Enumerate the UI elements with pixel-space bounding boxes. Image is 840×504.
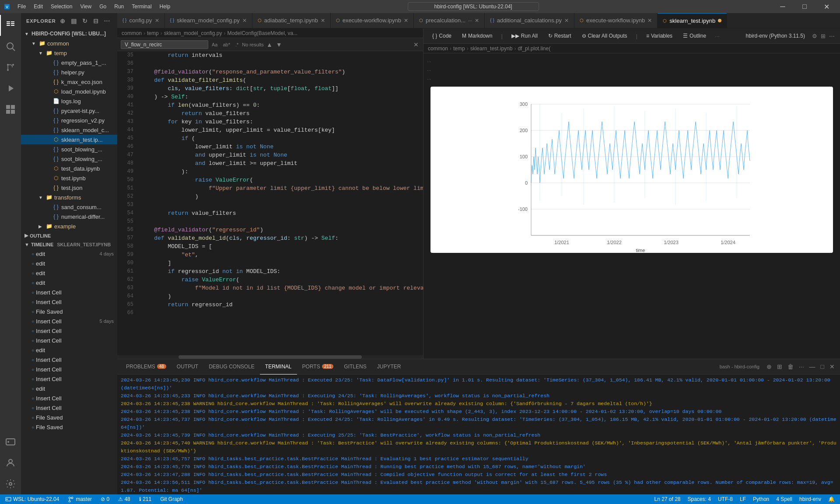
- status-errors[interactable]: ⊘ 0: [99, 496, 111, 502]
- timeline-item-15[interactable]: ○Insert Cell: [28, 393, 117, 403]
- timeline-item-10[interactable]: ○edit: [28, 345, 117, 355]
- close-button[interactable]: ✕: [816, 0, 836, 13]
- status-kernel[interactable]: hbird-env: [798, 496, 823, 502]
- status-spaces[interactable]: Spaces: 4: [686, 496, 713, 502]
- timeline-item-8[interactable]: ○Insert Cell: [28, 326, 117, 336]
- tree-file-regression[interactable]: { } regression_v2.py: [21, 116, 117, 125]
- status-git-branch[interactable]: master: [66, 496, 94, 502]
- tab-close-adiabatic[interactable]: ✕: [321, 18, 325, 24]
- timeline-item-7[interactable]: ○Insert Cell 5 days: [28, 316, 117, 326]
- terminal-content[interactable]: 2024-03-26 14:23:45,230 INFO hbird_core.…: [117, 374, 840, 494]
- tab-sklearn-model-config[interactable]: { } sklearn_model_config.py ✕: [165, 13, 252, 28]
- menu-view[interactable]: View: [77, 3, 95, 10]
- breadcrumb-symbol[interactable]: ModelConfig(BaseModel, va...: [227, 30, 298, 36]
- status-remote[interactable]: WSL: Ubuntu-22.04: [4, 496, 61, 502]
- tree-item-temp[interactable]: ▼ 📁 temp: [21, 48, 117, 58]
- tree-item-example[interactable]: ▶ 📁 example: [21, 221, 117, 231]
- panel-more-button[interactable]: ···: [797, 362, 806, 371]
- panel-tab-debug-console[interactable]: DEBUG CONSOLE: [203, 359, 260, 374]
- tree-file-logs[interactable]: 📄 logs.log: [21, 96, 117, 106]
- timeline-item-6[interactable]: ○File Saved: [28, 307, 117, 316]
- terminal-kill-button[interactable]: 🗑: [786, 362, 795, 371]
- status-indent[interactable]: 4 Spell: [774, 496, 794, 502]
- panel-tab-ports[interactable]: PORTS 211: [297, 359, 339, 374]
- tab-close-execute[interactable]: ✕: [404, 18, 408, 24]
- timeline-item-3[interactable]: ○edit: [28, 278, 117, 287]
- menu-file[interactable]: File: [14, 3, 29, 10]
- timeline-item-9[interactable]: ○Insert Cell: [28, 336, 117, 345]
- kernel-selector[interactable]: hbird-env (Python 3.11.5): [742, 32, 808, 40]
- new-file-button[interactable]: ⊕: [58, 17, 67, 25]
- activity-explorer[interactable]: [0, 15, 21, 36]
- search-close-button[interactable]: ✕: [413, 40, 420, 49]
- timeline-item-4[interactable]: ○Insert Cell: [28, 287, 117, 297]
- refresh-button[interactable]: ↻: [80, 17, 90, 25]
- tree-item-transforms[interactable]: ▼ 📁 transforms: [21, 192, 117, 202]
- timeline-item-0[interactable]: ○edit 4 days: [28, 249, 117, 259]
- markdown-button[interactable]: M Markdown: [458, 32, 496, 40]
- status-git-graph[interactable]: Git Graph: [158, 496, 185, 502]
- more-actions-button[interactable]: ···: [102, 17, 112, 25]
- run-all-button[interactable]: ▶▶ Run All: [508, 32, 541, 40]
- code-button[interactable]: { } Code: [429, 32, 455, 40]
- toolbar-split-icon[interactable]: ⊞: [821, 33, 826, 39]
- breadcrumb-file[interactable]: sklearn_model_config.py: [164, 30, 222, 36]
- panel-close-button[interactable]: ✕: [828, 362, 836, 371]
- panel-maximize-button[interactable]: □: [819, 362, 826, 371]
- menu-go[interactable]: Go: [96, 3, 110, 10]
- tab-close-execute2[interactable]: ✕: [648, 18, 652, 24]
- whole-word-button[interactable]: ab*: [221, 41, 232, 48]
- nb-bc-common[interactable]: common: [428, 46, 448, 52]
- code-editor[interactable]: 35 36 37 38 39 40 41 42 43 44 45 46 47 4…: [117, 51, 423, 355]
- tab-close-additional[interactable]: ✕: [564, 18, 569, 24]
- menu-edit[interactable]: Edit: [30, 3, 46, 10]
- nb-bc-symbol[interactable]: df_pl.plot.line(: [518, 46, 550, 52]
- timeline-item-11[interactable]: ○Insert Cell: [28, 355, 117, 364]
- activity-remote[interactable]: [0, 431, 21, 452]
- titlebar-search[interactable]: hbird-config [WSL: Ubuntu-22.04]: [408, 2, 539, 11]
- tree-file-load-model[interactable]: ⬡ load_model.ipynb: [21, 87, 117, 96]
- panel-tab-jupyter[interactable]: JUPYTER: [372, 359, 406, 374]
- status-eol[interactable]: LF: [738, 496, 748, 502]
- nb-bc-file[interactable]: sklearn_test.ipynb: [470, 46, 513, 52]
- tree-file-sklearn-model[interactable]: { } sklearn_model_c...: [21, 125, 117, 135]
- breadcrumb-common[interactable]: common: [122, 30, 142, 36]
- clear-all-outputs-button[interactable]: ⊖ Clear All Outputs: [578, 32, 631, 40]
- timeline-item-1[interactable]: ○edit: [28, 259, 117, 268]
- tab-close-config[interactable]: ✕: [155, 18, 159, 24]
- tab-execute-workflow-2[interactable]: ⬡ execute-workflow.ipynb ✕: [574, 13, 658, 28]
- tab-execute-workflow-1[interactable]: ⬡ execute-workflow.ipynb ✕: [331, 13, 414, 28]
- tab-additional-calc[interactable]: { } additional_calculations.py ✕: [485, 13, 574, 28]
- outline-button[interactable]: ☰ Outline: [679, 32, 710, 40]
- activity-extensions[interactable]: [0, 99, 21, 120]
- status-language[interactable]: Python: [751, 496, 771, 502]
- tree-file-pycaret[interactable]: { } pycaret-ist.py...: [21, 106, 117, 116]
- tab-adiabatic[interactable]: ⬡ adiabatic_temp.ipynb ✕: [252, 13, 331, 28]
- tree-file-helper[interactable]: { } helper.py: [21, 67, 117, 77]
- search-prev-button[interactable]: ▲: [266, 40, 273, 49]
- tab-close-precalc[interactable]: ✕: [475, 18, 479, 24]
- tree-file-k-max[interactable]: { } k_max_eco.json: [21, 77, 117, 87]
- outline-section[interactable]: ▶ OUTLINE: [21, 231, 117, 240]
- menu-terminal[interactable]: Terminal: [128, 3, 155, 10]
- restart-button[interactable]: ↻ Restart: [545, 32, 575, 40]
- tree-item-common[interactable]: ▼ 📁 common: [21, 38, 117, 48]
- timeline-item-12[interactable]: ○Insert Cell: [28, 364, 117, 374]
- activity-search[interactable]: [0, 36, 21, 57]
- status-warnings[interactable]: ⚠ 48: [116, 496, 132, 502]
- status-notifications[interactable]: 🔔: [826, 496, 836, 502]
- menu-run[interactable]: Run: [111, 3, 127, 10]
- timeline-item-13[interactable]: ○Insert Cell: [28, 374, 117, 384]
- panel-tab-terminal[interactable]: TERMINAL: [260, 359, 297, 374]
- panel-tab-gitlens[interactable]: GITLENS: [339, 359, 371, 374]
- panel-tab-problems[interactable]: PROBLEMS 48: [121, 359, 172, 374]
- status-line-col[interactable]: Ln 27 of 28: [652, 496, 682, 502]
- case-sensitive-button[interactable]: Aa: [210, 41, 219, 48]
- collapse-button[interactable]: ⊟: [91, 17, 101, 25]
- search-input[interactable]: [121, 40, 208, 49]
- terminal-new-button[interactable]: ⊕: [765, 362, 774, 371]
- tab-config[interactable]: { } config.py ✕: [117, 13, 165, 28]
- timeline-item-14[interactable]: ○edit: [28, 384, 117, 393]
- activity-settings[interactable]: [0, 473, 21, 494]
- nb-bc-temp[interactable]: temp: [453, 46, 465, 52]
